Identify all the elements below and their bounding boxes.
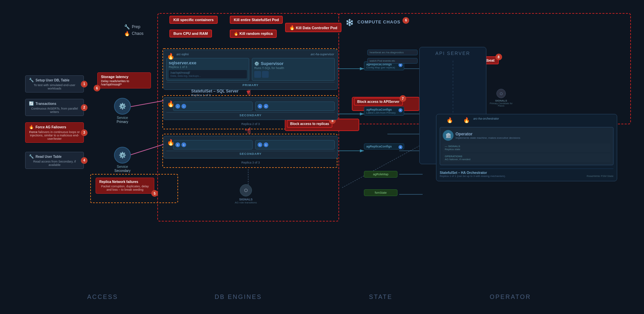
signals-ag-box: ⬡ SIGNALS AG role transitions: [235, 184, 257, 204]
signals-primary: ⬡ SIGNALS Primary Candidate for Paxos: [490, 89, 513, 107]
watch-box: watch Pod events etc: [367, 58, 418, 64]
svg-line-7: [127, 144, 164, 156]
step2-desc: Continuous INSERTs, from parallel writer…: [29, 107, 80, 114]
badge-7: 7: [399, 95, 406, 102]
prep-chaos-legend: 🔧 Prep 🔥 Chaos: [124, 24, 144, 36]
operator-desc: Implements state machine, makes executiv…: [455, 136, 520, 139]
arc-ha-orchestrator-region: 🔥 🔥 arc-ha-orchestrator 🏛️ Operator Impl…: [436, 114, 617, 181]
kill-entire-box[interactable]: Kill entire StatefulSet Pod: [230, 16, 283, 24]
burn-cpu-box[interactable]: Burn CPU and RAM: [169, 29, 212, 38]
step4-desc: Read access from Secondary, if available: [29, 160, 80, 167]
section-state: STATE: [369, 294, 392, 301]
svg-line-20: [342, 144, 423, 188]
kill-random-box[interactable]: 🔥 Kill random replica: [230, 29, 277, 38]
section-operator: OPERATOR: [490, 294, 531, 301]
step4-title: Read User Table: [36, 155, 62, 159]
secondary2-statefulset-pod: 🔥 k k k k SECONDARY Replica 3 of 3: [163, 136, 338, 159]
block-api-box[interactable]: Block access to APIServer 7: [354, 98, 403, 106]
watch-label: watch Pod events etc: [370, 59, 415, 62]
service-primary: ⚙️ ServicePrimary: [114, 98, 131, 124]
api-server-label: API SERVER: [420, 51, 486, 56]
compute-chaos-area: ❄️ COMPUTE CHAOS 6: [345, 18, 407, 27]
step5-title: Replica Network failures: [99, 180, 151, 184]
supervisor-desc: Runs T-SQL for health: [254, 66, 332, 70]
kill-specific-box[interactable]: Kill specific containers: [169, 16, 218, 24]
step4-box: 🔧 Read User Table Read access from Secon…: [25, 152, 84, 169]
badge-1: 1: [81, 81, 88, 87]
secondary2-label: SECONDARY: [166, 151, 335, 155]
replica1-label: Replica 1 of 3: [169, 65, 247, 69]
primary-label: PRIMARY: [166, 82, 335, 87]
kill-data-controller-label: Kill Data Controller Pod: [296, 26, 337, 30]
badge-2: 2: [81, 104, 88, 111]
kill-random-label: 🔥 Kill random replica: [234, 32, 273, 36]
sync-arrows-1: ⇕: [244, 128, 250, 132]
step1-box: 🔧 Setup User DB, Table To test with simu…: [25, 75, 84, 92]
section-access: ACCESS: [87, 294, 118, 301]
statefulset-ha-label: StatefulSet – HA Orchestrator: [440, 171, 613, 175]
secondary1-label: SECONDARY: [166, 112, 335, 117]
step5-desc: Packet corruption, duplicates, delay and…: [99, 185, 151, 191]
heartbeat-box: heartbeat arc-ha-diagnostics: [367, 50, 418, 55]
supervisor-label: Supervisor: [261, 61, 283, 66]
arc-ha-supervisor-label: arc-ha-supervisor: [311, 53, 334, 56]
svg-line-6: [127, 101, 164, 107]
ag-rc1-desc: Config Map (per replica): [366, 66, 402, 69]
step5-box: Replica Network failures Packet corrupti…: [96, 178, 154, 194]
primary-statefulset-pod: 🔥 arc-sqlmi arc-ha-supervisor sqlserver.…: [163, 50, 338, 90]
step1-desc: To test with simulated end-user workload…: [29, 83, 80, 90]
ag-replica-configs-3: agReplicaConfigs k: [364, 143, 404, 149]
badge-4: 4: [81, 157, 88, 164]
kill-entire-label: Kill entire StatefulSet Pod: [234, 18, 279, 22]
service-secondary: ⚙️ ServiceSecondary: [114, 147, 131, 173]
statefulset-r2: Replica 2 of 3: [241, 122, 260, 126]
fsm-state: fsmState: [364, 189, 397, 196]
kill-data-controller-box[interactable]: 🔥 Kill Data Controller Pod: [285, 23, 341, 32]
secondary1-statefulset-pod: 🔥 k k k k SECONDARY Replica 2 of 3: [163, 97, 338, 120]
storage-latency-box[interactable]: Storage latency Delay reads/writes to /v…: [97, 72, 151, 88]
ag-role-map-label: agRoleMap: [367, 173, 394, 176]
step3-box: 🔥 Force AG Failovers Force failovers in …: [25, 122, 84, 143]
ag-rc2-desc: Latest LSN from Primary: [366, 111, 402, 114]
badge-compute-6: 6: [402, 17, 409, 24]
section-db: DB ENGINES: [215, 294, 262, 301]
prep-label: Prep: [132, 24, 140, 29]
chaos-label: Chaos: [132, 31, 144, 36]
arc-ha-orch-label: arc-ha-orchestrator: [473, 117, 499, 120]
step1-title: Setup User DB, Table: [36, 78, 69, 82]
sqlserver-label: sqlserver.exe: [169, 60, 247, 65]
burn-cpu-label: Burn CPU and RAM: [173, 32, 208, 36]
badge-5: 5: [151, 190, 158, 197]
block-api-label: Block access to APIServer: [357, 100, 399, 104]
badge-3: 3: [81, 129, 88, 136]
ag-rc2-label: agReplicaConfigs: [366, 108, 402, 111]
step2-title: Transactions: [36, 102, 56, 106]
statefulset-r1: Replica 1 of 3: [191, 93, 238, 97]
storage-latency-title: Storage latency: [101, 75, 147, 79]
storage-latency-desc: Delay reads/writes to /var/opt/mssql/*: [101, 79, 147, 86]
ag-replica-configs-2: agReplicaConfigs Latest LSN from Primary…: [364, 107, 404, 116]
diagram-container: 🔧 Prep 🔥 Chaos ❄️ COMPUTE CHAOS 6 Kill s…: [0, 0, 644, 314]
ag-rc3-label: agReplicaConfigs: [366, 145, 402, 148]
fsm-state-label: fsmState: [367, 191, 394, 194]
kill-specific-label: Kill specific containers: [173, 18, 214, 22]
compute-chaos-label: COMPUTE CHAOS: [357, 19, 400, 24]
badge-8-heartbeat: 8: [495, 54, 502, 60]
step3-title: Force AG Failovers: [36, 125, 66, 129]
read-write-fsm-label: Read/Write FSM State: [587, 175, 613, 178]
statefulset-title: StatefulSet – SQL Server: [191, 89, 238, 93]
operator-label: Operator: [455, 132, 520, 136]
heartbeat-label: heartbeat arc-ha-diagnostics: [370, 51, 415, 54]
statefulset-r3: Replica 3 of 3: [241, 161, 260, 164]
step2-box: 🔄 Transactions Continuous INSERTs, from …: [25, 99, 84, 116]
ag-role-map: agRoleMap: [364, 171, 397, 178]
block-replicas-label: Block access to replicas: [290, 122, 329, 126]
badge-6-storage: 6: [94, 85, 100, 91]
statefulset-sql-label: StatefulSet – SQL Server Replica 1 of 3: [191, 89, 238, 97]
block-replicas-box[interactable]: Block access to replicas 8: [287, 120, 332, 128]
